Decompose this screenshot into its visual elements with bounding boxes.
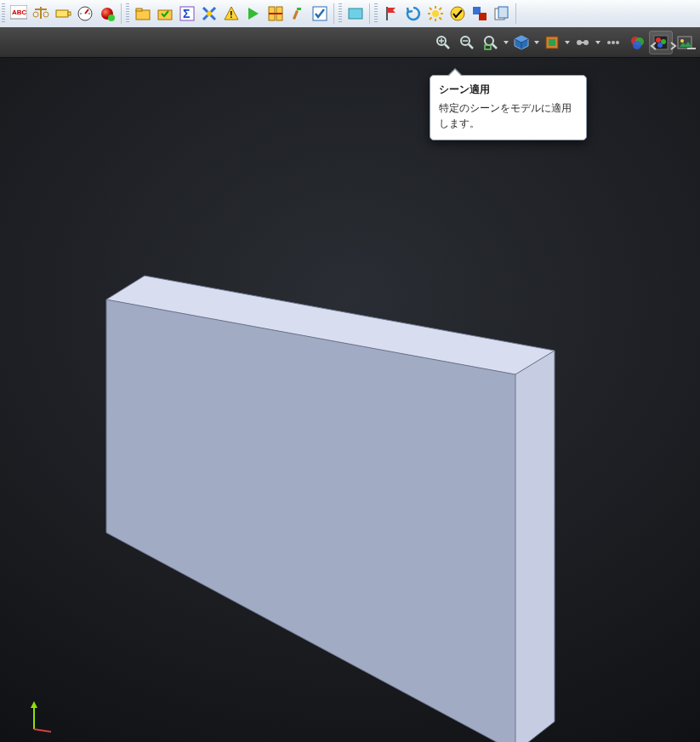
refresh-icon[interactable] <box>403 3 424 24</box>
zoom-select-icon[interactable] <box>480 31 502 54</box>
sigma-icon[interactable] <box>177 3 197 24</box>
link-icon[interactable] <box>572 31 594 54</box>
layers-dropdown[interactable] <box>564 31 571 54</box>
svg-line-77 <box>34 729 51 732</box>
viewport-3d[interactable] <box>0 58 700 742</box>
window-controls <box>647 40 698 52</box>
second-toolbar <box>0 27 700 58</box>
check-icon[interactable] <box>310 3 330 24</box>
minimize-icon[interactable] <box>685 40 698 52</box>
flag-icon[interactable] <box>381 3 401 24</box>
sun-icon[interactable] <box>425 3 446 24</box>
link-dropdown[interactable] <box>595 31 601 54</box>
svg-marker-76 <box>31 701 37 708</box>
abc-icon[interactable] <box>9 3 29 24</box>
xtool-icon[interactable] <box>199 3 219 24</box>
zoom-out-icon[interactable] <box>456 31 478 54</box>
tape-icon[interactable] <box>53 3 73 24</box>
ycheck-icon[interactable] <box>447 3 468 24</box>
tooltip-body: 特定のシーンをモデルに適用します。 <box>439 100 578 131</box>
axis-indicator <box>26 699 60 733</box>
windows-icon[interactable] <box>470 3 490 24</box>
top-toolbar <box>0 0 700 28</box>
model-box <box>60 228 655 742</box>
zoom-in-icon[interactable] <box>432 31 454 54</box>
next-icon[interactable] <box>666 40 680 52</box>
greenplay-icon[interactable] <box>243 3 264 24</box>
layers-icon[interactable] <box>541 31 563 54</box>
redball-icon[interactable] <box>97 3 117 24</box>
zoom-select-dropdown[interactable] <box>503 31 509 54</box>
cyanbox-icon[interactable] <box>345 3 366 24</box>
tooltip-title: シーン適用 <box>439 83 578 97</box>
svg-marker-72 <box>106 276 555 374</box>
brush-icon[interactable] <box>287 3 308 24</box>
copy-icon[interactable] <box>492 3 512 24</box>
cube-icon[interactable] <box>510 31 532 54</box>
split-icon[interactable] <box>265 3 286 24</box>
warn-icon[interactable] <box>221 3 242 24</box>
svg-marker-74 <box>515 351 555 742</box>
dots-icon[interactable] <box>602 31 624 54</box>
folder-a-icon[interactable] <box>133 3 153 24</box>
rgb-sphere-icon[interactable] <box>626 31 648 54</box>
balance-icon[interactable] <box>31 3 51 24</box>
folder-b-icon[interactable] <box>155 3 175 24</box>
cube-dropdown[interactable] <box>533 31 540 54</box>
svg-marker-73 <box>106 300 515 742</box>
gauge-icon[interactable] <box>75 3 95 24</box>
tooltip: シーン適用 特定のシーンをモデルに適用します。 <box>430 75 587 140</box>
prev-icon[interactable] <box>647 40 661 52</box>
